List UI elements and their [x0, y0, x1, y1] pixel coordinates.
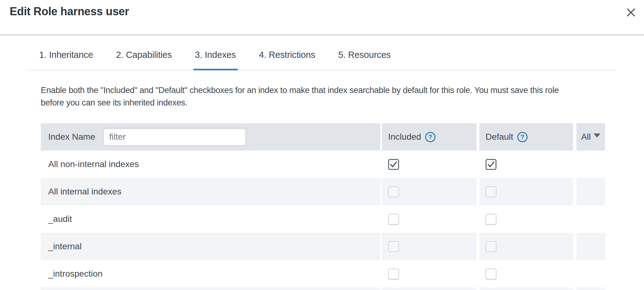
row-all-cell — [576, 151, 605, 178]
close-button[interactable] — [625, 6, 637, 19]
dialog-title: Edit Role harness user — [10, 5, 129, 18]
index-name-cell: _introspection — [41, 260, 380, 288]
index-name-cell: _internal — [41, 233, 380, 260]
index-name-cell: All non-internal indexes — [41, 151, 380, 178]
included-checkbox[interactable] — [388, 214, 399, 225]
included-checkbox[interactable] — [388, 159, 399, 170]
default-checkbox[interactable] — [486, 214, 496, 225]
included-checkbox[interactable] — [388, 269, 399, 279]
included-checkbox — [388, 186, 399, 197]
default-checkbox — [486, 241, 496, 252]
tab-restrictions[interactable]: 4. Restrictions — [259, 50, 315, 70]
header-default-cell: Default ? — [479, 123, 573, 151]
default-cell — [479, 205, 573, 233]
tabs-container: 1. Inheritance2. Capabilities3. Indexes4… — [29, 50, 615, 70]
default-checkbox[interactable] — [486, 159, 496, 170]
table-row: _audit — [41, 205, 605, 233]
index-name-cell: _audit — [41, 205, 380, 233]
index-name-cell: All internal indexes — [41, 178, 380, 205]
table-body: All non-internal indexesAll internal ind… — [41, 151, 605, 290]
dialog-header: Edit Role harness user — [0, 0, 644, 35]
row-all-cell — [576, 260, 605, 288]
default-help-icon[interactable]: ? — [517, 132, 528, 142]
description-text: Enable both the "Included" and "Default"… — [41, 84, 613, 109]
tab-bar: 1. Inheritance2. Capabilities3. Indexes4… — [29, 35, 615, 70]
close-icon — [626, 7, 636, 17]
included-cell — [382, 178, 477, 205]
chevron-down-icon — [594, 133, 600, 138]
index-name-column-label: Index Name — [48, 132, 95, 142]
tab-inheritance[interactable]: 1. Inheritance — [39, 50, 93, 70]
table-header-row: Index Name Included ? Default ? All — [41, 123, 605, 151]
tab-resources[interactable]: 5. Resources — [338, 50, 391, 70]
row-all-cell — [576, 178, 605, 205]
tab-capabilities[interactable]: 2. Capabilities — [116, 50, 172, 70]
description-line-2: before you can see its inherited indexes… — [41, 98, 187, 107]
all-dropdown-label: All — [581, 132, 591, 142]
header-included-cell: Included ? — [382, 123, 477, 151]
indexes-table: Index Name Included ? Default ? All All … — [41, 123, 605, 290]
table-row: All non-internal indexes — [41, 151, 605, 178]
default-cell — [479, 233, 573, 260]
row-all-cell — [576, 205, 605, 233]
included-checkbox — [388, 241, 399, 252]
table-row-partial — [41, 288, 605, 290]
description-line-1: Enable both the "Included" and "Default"… — [41, 86, 559, 95]
default-cell — [479, 260, 573, 288]
table-row: _introspection — [41, 260, 605, 288]
tab-indexes[interactable]: 3. Indexes — [195, 50, 236, 70]
default-checkbox[interactable] — [486, 269, 496, 279]
header-index-name-cell: Index Name — [41, 123, 380, 151]
included-cell — [382, 151, 477, 178]
included-cell — [382, 205, 477, 233]
default-column-label: Default — [486, 132, 513, 142]
included-cell — [382, 260, 477, 288]
index-name-label: All internal indexes — [48, 187, 121, 197]
included-column-label: Included — [388, 132, 421, 142]
all-dropdown[interactable]: All — [576, 123, 605, 151]
default-cell — [479, 178, 573, 205]
included-help-icon[interactable]: ? — [425, 132, 435, 142]
index-name-label: _audit — [48, 214, 72, 224]
table-row: _internal — [41, 233, 605, 260]
index-name-label: _introspection — [48, 269, 102, 279]
default-cell — [479, 151, 573, 178]
filter-input[interactable] — [103, 128, 246, 146]
default-checkbox — [486, 186, 496, 197]
index-name-label: _internal — [48, 241, 82, 251]
index-name-label: All non-internal indexes — [48, 159, 139, 169]
row-all-cell — [576, 233, 605, 260]
table-row: All internal indexes — [41, 178, 605, 205]
included-cell — [382, 233, 477, 260]
